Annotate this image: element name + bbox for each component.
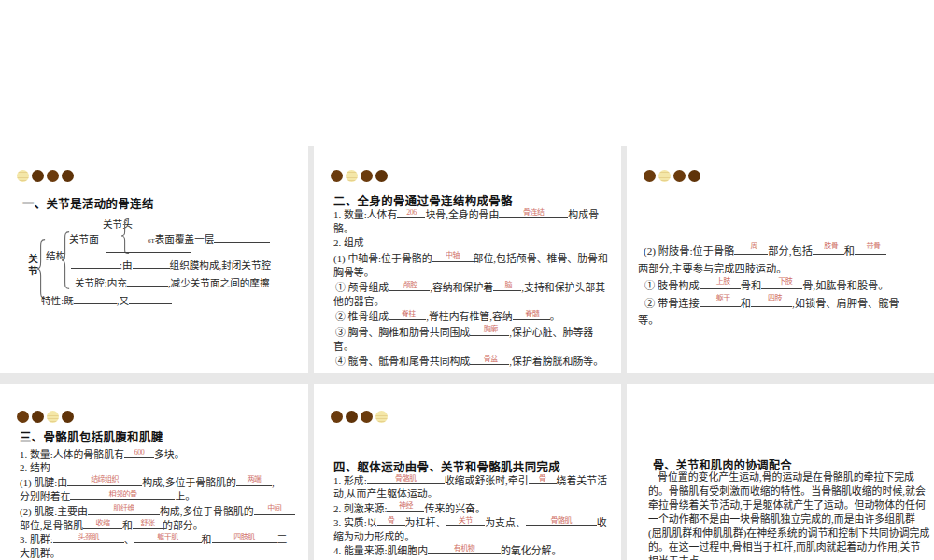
slide-thumbnail-2[interactable]: 二、全身的骨通过骨连结构成骨骼 1. 数量:人体有206块骨,全身的骨由骨连结构…: [314, 146, 621, 373]
active-section-dot: [346, 170, 358, 182]
answer-mark: 躯干: [700, 290, 741, 308]
text-run: 动,从而产生躯体运动。: [333, 488, 438, 499]
fill-blank: [71, 258, 120, 269]
text-run: 部位,包括颅骨、椎骨、肋骨和: [474, 253, 608, 264]
answer-mark: 带骨: [855, 238, 886, 256]
text-run: 多块。: [154, 449, 185, 460]
answer-mark: 周: [734, 238, 768, 256]
fill-blank: 两端: [236, 475, 272, 486]
text-run: 和: [844, 245, 855, 257]
fill-blank: 骨骼肌: [367, 473, 445, 484]
text-run: (1) 肌腱:由: [20, 477, 67, 488]
fill-blank: 600: [124, 447, 154, 458]
answer-mark: 两端: [236, 473, 272, 486]
fill-blank: 肢骨: [813, 244, 844, 255]
answer-mark: 上肢: [700, 273, 741, 291]
text-run: (屈肌肌群和伸肌肌群)在神经系统的调节和控制下共同协调完成: [648, 527, 929, 539]
answer-mark: 关节: [446, 514, 485, 527]
answer-mark: 中轴: [432, 248, 474, 262]
answer-mark: 骨盆: [470, 352, 509, 366]
answer-mark: 骨: [529, 472, 557, 485]
text-run: (2) 附肢骨:位于骨骼: [644, 245, 734, 257]
answer-mark: 头颈肌: [53, 531, 124, 544]
traits-row: 特性:既,又: [41, 293, 172, 307]
text-run: 相当于支点。: [648, 555, 709, 560]
text-run: 1. 数量:人体的骨骼肌有: [20, 449, 124, 460]
answer-mark: 骨连结: [499, 205, 568, 219]
fill-blank: [127, 275, 168, 287]
answer-mark: 神经: [387, 499, 424, 512]
active-section-dot: [658, 170, 671, 182]
text-run: ④ 髋骨、骶骨和尾骨共同构成: [335, 356, 470, 367]
answer-mark: 四肢肌: [212, 531, 277, 544]
text-run: 1. 数量:人体有: [333, 209, 397, 220]
section-dot: [17, 411, 29, 423]
text-run: ,保护心脏、肺等器: [509, 327, 593, 338]
text-run: 为杠杆、: [405, 517, 446, 528]
text-run: 缩为动力形成的。: [333, 531, 415, 542]
fill-blank: 神经: [387, 501, 424, 512]
section-dot: [361, 170, 373, 182]
fill-blank: 颅腔: [389, 280, 430, 291]
text-run: 为支点、: [485, 517, 526, 528]
fill-blank: 头颈肌: [53, 532, 124, 543]
text-run: 和: [741, 298, 751, 309]
answer-mark: 肌纤维: [88, 502, 160, 515]
capsule-row: :由组织膜构成,封闭关节腔: [71, 258, 271, 272]
fill-blank: 相邻的骨: [70, 489, 175, 500]
fill-blank: 脊柱: [389, 309, 426, 320]
text-run: (2) 肌腹:主要由: [20, 506, 88, 517]
answer-mark: 206: [397, 205, 425, 219]
text-run: ② 带骨连接: [644, 298, 700, 309]
cavity-row: 关节腔:内充,减少关节面之间的摩擦: [75, 275, 270, 289]
fill-blank: 肌纤维: [88, 504, 160, 515]
fill-blank: 中间: [254, 504, 295, 515]
text-run: 的。骨骼肌有受刺激而收缩的特性。当骨骼肌收缩的时候,就会: [648, 485, 926, 497]
text-run: ① 肢骨构成: [644, 280, 700, 291]
text-run: 胸骨等。: [333, 267, 375, 278]
text-run: 2. 结构: [20, 462, 50, 473]
answer-mark: 骨骼肌: [526, 514, 597, 527]
fill-blank: 骨: [529, 473, 557, 484]
text-run: 和: [202, 534, 212, 545]
text-run: 2. 刺激来源:: [333, 503, 387, 514]
section-dot: [361, 411, 373, 423]
answer-mark: 舒张: [133, 517, 163, 530]
slide-thumbnail-6[interactable]: 骨、关节和肌肉的协调配合 骨位置的变化产生运动,骨的运动是在骨骼肌的牵拉下完成的…: [627, 384, 934, 560]
section-dot: [688, 170, 700, 182]
slide-thumbnail-1[interactable]: 一、关节是活动的骨连结 关节头 关节面 6T表面覆盖一层 关节 结构 :由组织膜…: [0, 146, 308, 373]
text-run: 分别附着在: [20, 491, 70, 502]
joint-structure-diagram: 关节头 关节面 6T表面覆盖一层 关节 结构 :由组织膜构成,封闭关节腔 关节腔…: [0, 146, 308, 373]
content-lines: 1. 形成:骨骼肌收缩或舒张时,牵引骨绕着关节活动,从而产生躯体运动。2. 刺激…: [333, 473, 607, 557]
answer-mark: 收缩: [83, 517, 122, 530]
fill-blank: 四肢: [751, 296, 792, 307]
text-run: 和: [122, 520, 133, 531]
answer-mark: 脊柱: [389, 307, 426, 321]
section-dot: [644, 170, 656, 182]
slide-progress-dots: [331, 411, 388, 423]
answer-mark: 有机物: [428, 542, 501, 555]
slide-thumbnail-3[interactable]: (2) 附肢骨:位于骨骼周部分,包括肢骨和带骨两部分,主要参与完成四肢运动。① …: [627, 146, 934, 373]
text-run: 部位,是骨骼肌: [20, 520, 83, 531]
fill-blank: 有机物: [428, 543, 501, 554]
text-run: 等。: [638, 315, 658, 326]
text-run: ① 颅骨组成: [335, 282, 389, 293]
slide-thumbnail-4[interactable]: 三、骨骼肌包括肌腹和肌腱 1. 数量:人体的骨骼肌有600多块。2. 结构(1)…: [0, 384, 308, 560]
text-run: 构成骨: [568, 209, 599, 220]
text-run: 部分,包括: [768, 245, 813, 257]
section-dot: [331, 411, 343, 423]
text-run: 2. 组成: [333, 237, 364, 248]
text-run: ② 椎骨组成: [335, 311, 389, 322]
slide-thumbnail-5[interactable]: 四、躯体运动由骨、关节和骨骼肌共同完成 1. 形成:骨骼肌收缩或舒张时,牵引骨绕…: [314, 384, 621, 560]
answer-mark: 骨: [377, 514, 405, 527]
answer-mark: 下肢: [761, 273, 802, 291]
fill-blank: 中轴: [432, 251, 474, 262]
answer-mark: 胸廓: [470, 322, 509, 336]
fill-blank: 结缔组织: [67, 475, 142, 486]
text-run: 三: [277, 534, 288, 545]
answer-mark: 脑: [493, 278, 521, 292]
text-run: 大肌群。: [20, 548, 61, 559]
fill-blank: 胸廓: [470, 325, 509, 336]
slide-progress-dots: [17, 411, 74, 423]
content-lines: 1. 数量:人体的骨骼肌有600多块。2. 结构(1) 肌腱:由结缔组织构成,多…: [20, 447, 295, 560]
